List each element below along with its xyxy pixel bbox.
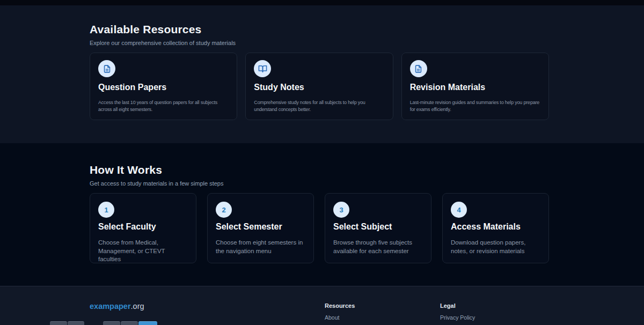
step-number-badge: 3	[333, 202, 349, 218]
resource-card-description: Comprehensive study notes for all subjec…	[254, 99, 384, 113]
section-title-available-resources: Available Resources	[90, 23, 549, 36]
brand-tld: .org	[131, 302, 144, 311]
step-number-badge: 1	[98, 202, 114, 218]
file-text-icon	[98, 60, 115, 77]
step-title: Select Subject	[333, 222, 423, 232]
step-card-select-faculty: 1 Select Faculty Choose from Medical, Ma…	[90, 193, 196, 263]
step-card-access-materials: 4 Access Materials Download question pap…	[442, 193, 549, 263]
cutoff-button-1[interactable]	[50, 321, 67, 325]
section-title-how-it-works: How It Works	[90, 164, 549, 176]
footer-link-privacy-policy[interactable]: Privacy Policy	[440, 314, 475, 321]
top-dark-strip	[0, 0, 644, 5]
step-description: Choose from eight semesters in the navig…	[216, 239, 305, 255]
book-open-icon	[254, 60, 271, 77]
resource-card-title: Revision Materials	[410, 83, 540, 92]
step-number-badge: 2	[216, 202, 232, 218]
cutoff-button-active[interactable]	[138, 321, 157, 325]
section-subtitle-how-it-works: Get access to study materials in a few s…	[90, 180, 549, 187]
steps-row: 1 Select Faculty Choose from Medical, Ma…	[90, 193, 549, 263]
resource-card-revision-materials: Revision Materials Last-minute revision …	[401, 53, 549, 120]
how-it-works-section: How It Works Get access to study materia…	[0, 143, 644, 286]
footer-brand-logo[interactable]: exampaper.org	[90, 302, 325, 311]
resource-card-title: Question Papers	[98, 83, 229, 92]
step-title: Select Semester	[216, 222, 305, 232]
step-card-select-subject: 3 Select Subject Browse through five sub…	[325, 193, 431, 263]
step-description: Browse through five subjects available f…	[333, 239, 423, 255]
step-description: Download question papers, notes, or revi…	[451, 239, 540, 255]
cutoff-button-3[interactable]	[103, 321, 120, 325]
step-description: Choose from Medical, Management, or CTEV…	[98, 239, 188, 264]
footer-heading-resources: Resources	[325, 302, 440, 309]
resource-card-description: Access the last 10 years of question pap…	[98, 99, 229, 113]
file-text-icon	[410, 60, 427, 77]
footer-column-resources: Resources About	[325, 302, 440, 321]
resource-card-study-notes: Study Notes Comprehensive study notes fo…	[245, 53, 393, 120]
footer-link-about[interactable]: About	[325, 314, 440, 321]
footer-heading-legal: Legal	[440, 302, 475, 309]
resource-card-title: Study Notes	[254, 83, 384, 92]
available-resources-section: Available Resources Explore our comprehe…	[0, 5, 644, 143]
step-title: Select Faculty	[98, 222, 188, 232]
page-footer: exampaper.org Resources About Legal Priv…	[0, 286, 644, 325]
step-number-badge: 4	[451, 202, 467, 218]
cutoff-button-2[interactable]	[68, 321, 84, 325]
footer-column-legal: Legal Privacy Policy	[440, 302, 475, 321]
brand-name: exampaper	[90, 302, 131, 311]
step-card-select-semester: 2 Select Semester Choose from eight seme…	[207, 193, 314, 263]
resource-card-description: Last-minute revision guides and summarie…	[410, 99, 540, 113]
cutoff-button-4[interactable]	[121, 321, 138, 325]
section-subtitle-available-resources: Explore our comprehensive collection of …	[90, 40, 549, 46]
step-title: Access Materials	[451, 222, 540, 232]
resource-cards-row: Question Papers Access the last 10 years…	[90, 53, 549, 120]
resource-card-question-papers: Question Papers Access the last 10 years…	[90, 53, 237, 120]
